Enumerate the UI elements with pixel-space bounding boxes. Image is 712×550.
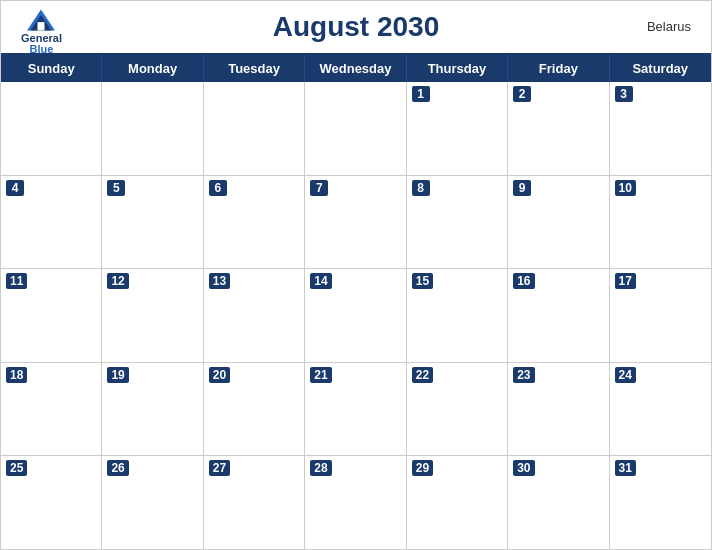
day-number-10: 10 (615, 180, 636, 196)
day-cell-31: 31 (610, 456, 711, 549)
day-number-12: 12 (107, 273, 128, 289)
day-cell-4: 4 (1, 176, 102, 269)
day-cell-9: 9 (508, 176, 609, 269)
week-row-4: 18192021222324 (1, 363, 711, 457)
day-cell-30: 30 (508, 456, 609, 549)
day-cell-empty-0-0 (1, 82, 102, 175)
day-cell-5: 5 (102, 176, 203, 269)
day-number-8: 8 (412, 180, 430, 196)
day-number-3: 3 (615, 86, 633, 102)
day-cell-29: 29 (407, 456, 508, 549)
day-number-15: 15 (412, 273, 433, 289)
weeks-container: 1234567891011121314151617181920212223242… (1, 82, 711, 549)
day-cell-6: 6 (204, 176, 305, 269)
calendar-container: General Blue August 2030 Belarus Sunday … (0, 0, 712, 550)
day-header-thursday: Thursday (407, 55, 508, 82)
day-number-23: 23 (513, 367, 534, 383)
day-cell-19: 19 (102, 363, 203, 456)
day-number-31: 31 (615, 460, 636, 476)
day-number-7: 7 (310, 180, 328, 196)
day-cell-15: 15 (407, 269, 508, 362)
day-number-20: 20 (209, 367, 230, 383)
day-cell-12: 12 (102, 269, 203, 362)
day-headers: Sunday Monday Tuesday Wednesday Thursday… (1, 55, 711, 82)
day-header-sunday: Sunday (1, 55, 102, 82)
day-header-saturday: Saturday (610, 55, 711, 82)
day-cell-10: 10 (610, 176, 711, 269)
day-number-28: 28 (310, 460, 331, 476)
day-cell-18: 18 (1, 363, 102, 456)
day-number-29: 29 (412, 460, 433, 476)
calendar-header: General Blue August 2030 Belarus (1, 1, 711, 53)
day-number-27: 27 (209, 460, 230, 476)
day-number-2: 2 (513, 86, 531, 102)
day-number-24: 24 (615, 367, 636, 383)
day-number-17: 17 (615, 273, 636, 289)
day-number-25: 25 (6, 460, 27, 476)
day-number-1: 1 (412, 86, 430, 102)
day-cell-22: 22 (407, 363, 508, 456)
day-header-friday: Friday (508, 55, 609, 82)
day-number-4: 4 (6, 180, 24, 196)
day-number-16: 16 (513, 273, 534, 289)
day-cell-empty-0-1 (102, 82, 203, 175)
country-label: Belarus (647, 19, 691, 34)
svg-rect-2 (38, 22, 45, 30)
day-number-13: 13 (209, 273, 230, 289)
logo-area: General Blue (21, 9, 62, 55)
day-cell-7: 7 (305, 176, 406, 269)
day-cell-27: 27 (204, 456, 305, 549)
day-cell-14: 14 (305, 269, 406, 362)
week-row-1: 123 (1, 82, 711, 176)
day-number-9: 9 (513, 180, 531, 196)
day-number-21: 21 (310, 367, 331, 383)
day-cell-empty-0-2 (204, 82, 305, 175)
day-cell-28: 28 (305, 456, 406, 549)
day-header-monday: Monday (102, 55, 203, 82)
day-header-wednesday: Wednesday (305, 55, 406, 82)
day-cell-11: 11 (1, 269, 102, 362)
logo-blue-text: Blue (30, 44, 54, 55)
day-cell-13: 13 (204, 269, 305, 362)
day-number-18: 18 (6, 367, 27, 383)
day-cell-1: 1 (407, 82, 508, 175)
day-cell-20: 20 (204, 363, 305, 456)
day-number-30: 30 (513, 460, 534, 476)
day-number-11: 11 (6, 273, 27, 289)
day-number-14: 14 (310, 273, 331, 289)
week-row-5: 25262728293031 (1, 456, 711, 549)
day-cell-26: 26 (102, 456, 203, 549)
day-cell-21: 21 (305, 363, 406, 456)
day-header-tuesday: Tuesday (204, 55, 305, 82)
week-row-2: 45678910 (1, 176, 711, 270)
day-cell-17: 17 (610, 269, 711, 362)
calendar-grid: Sunday Monday Tuesday Wednesday Thursday… (1, 53, 711, 549)
logo-icon (27, 9, 55, 31)
day-cell-8: 8 (407, 176, 508, 269)
calendar-title: August 2030 (273, 11, 440, 43)
day-number-6: 6 (209, 180, 227, 196)
day-cell-16: 16 (508, 269, 609, 362)
day-cell-2: 2 (508, 82, 609, 175)
day-number-26: 26 (107, 460, 128, 476)
day-cell-25: 25 (1, 456, 102, 549)
week-row-3: 11121314151617 (1, 269, 711, 363)
day-cell-23: 23 (508, 363, 609, 456)
day-cell-24: 24 (610, 363, 711, 456)
day-number-5: 5 (107, 180, 125, 196)
day-cell-empty-0-3 (305, 82, 406, 175)
day-number-22: 22 (412, 367, 433, 383)
day-number-19: 19 (107, 367, 128, 383)
day-cell-3: 3 (610, 82, 711, 175)
